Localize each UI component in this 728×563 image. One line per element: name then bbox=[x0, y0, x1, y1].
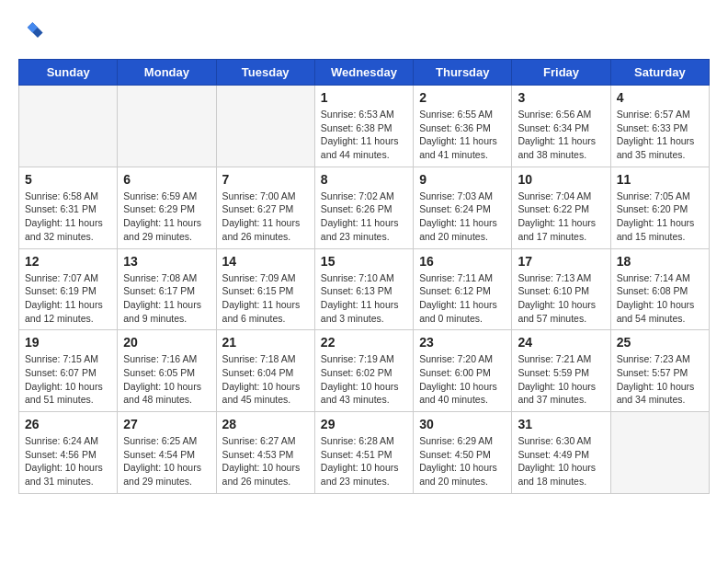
day-number: 23 bbox=[419, 335, 506, 350]
day-number: 19 bbox=[25, 335, 111, 350]
calendar-cell: 4Sunrise: 6:57 AM Sunset: 6:33 PM Daylig… bbox=[610, 86, 709, 167]
day-info: Sunrise: 6:57 AM Sunset: 6:33 PM Dayligh… bbox=[617, 108, 703, 162]
day-number: 6 bbox=[123, 172, 210, 187]
calendar-cell: 30Sunrise: 6:29 AM Sunset: 4:50 PM Dayli… bbox=[414, 412, 512, 494]
day-info: Sunrise: 6:56 AM Sunset: 6:34 PM Dayligh… bbox=[518, 108, 604, 162]
day-info: Sunrise: 6:30 AM Sunset: 4:49 PM Dayligh… bbox=[518, 434, 604, 488]
calendar-cell: 28Sunrise: 6:27 AM Sunset: 4:53 PM Dayli… bbox=[216, 412, 314, 494]
weekday-header-monday: Monday bbox=[118, 60, 216, 86]
day-info: Sunrise: 7:14 AM Sunset: 6:08 PM Dayligh… bbox=[617, 271, 703, 326]
day-info: Sunrise: 7:07 AM Sunset: 6:19 PM Dayligh… bbox=[25, 271, 111, 326]
calendar-cell: 3Sunrise: 6:56 AM Sunset: 6:34 PM Daylig… bbox=[512, 86, 610, 167]
day-info: Sunrise: 7:08 AM Sunset: 6:17 PM Dayligh… bbox=[123, 271, 210, 326]
day-number: 10 bbox=[518, 172, 604, 187]
calendar-cell: 19Sunrise: 7:15 AM Sunset: 6:07 PM Dayli… bbox=[19, 330, 118, 412]
day-number: 25 bbox=[617, 335, 703, 350]
calendar-week-2: 5Sunrise: 6:58 AM Sunset: 6:31 PM Daylig… bbox=[19, 167, 710, 248]
day-number: 22 bbox=[321, 335, 407, 350]
calendar-cell: 1Sunrise: 6:53 AM Sunset: 6:38 PM Daylig… bbox=[314, 86, 413, 167]
day-info: Sunrise: 7:03 AM Sunset: 6:24 PM Dayligh… bbox=[419, 190, 506, 244]
day-info: Sunrise: 7:13 AM Sunset: 6:10 PM Dayligh… bbox=[518, 271, 604, 326]
day-number: 14 bbox=[222, 254, 309, 269]
day-info: Sunrise: 7:04 AM Sunset: 6:22 PM Dayligh… bbox=[518, 190, 604, 244]
day-number: 20 bbox=[123, 335, 210, 350]
day-info: Sunrise: 6:25 AM Sunset: 4:54 PM Dayligh… bbox=[123, 434, 210, 488]
calendar: SundayMondayTuesdayWednesdayThursdayFrid… bbox=[18, 59, 710, 494]
day-number: 31 bbox=[518, 417, 604, 431]
day-number: 26 bbox=[25, 417, 111, 431]
day-number: 2 bbox=[419, 90, 506, 105]
day-info: Sunrise: 7:23 AM Sunset: 5:57 PM Dayligh… bbox=[617, 352, 703, 407]
calendar-cell: 31Sunrise: 6:30 AM Sunset: 4:49 PM Dayli… bbox=[512, 412, 610, 494]
day-info: Sunrise: 7:09 AM Sunset: 6:15 PM Dayligh… bbox=[222, 271, 309, 326]
logo-icon bbox=[18, 18, 44, 44]
calendar-cell: 24Sunrise: 7:21 AM Sunset: 5:59 PM Dayli… bbox=[512, 330, 610, 412]
calendar-cell: 13Sunrise: 7:08 AM Sunset: 6:17 PM Dayli… bbox=[118, 248, 216, 330]
day-info: Sunrise: 7:19 AM Sunset: 6:02 PM Dayligh… bbox=[321, 352, 407, 407]
calendar-cell: 18Sunrise: 7:14 AM Sunset: 6:08 PM Dayli… bbox=[610, 248, 709, 330]
calendar-cell: 17Sunrise: 7:13 AM Sunset: 6:10 PM Dayli… bbox=[512, 248, 610, 330]
day-info: Sunrise: 7:21 AM Sunset: 5:59 PM Dayligh… bbox=[518, 352, 604, 407]
day-number: 17 bbox=[518, 254, 604, 269]
calendar-cell: 7Sunrise: 7:00 AM Sunset: 6:27 PM Daylig… bbox=[216, 167, 314, 248]
weekday-header-tuesday: Tuesday bbox=[216, 60, 314, 86]
day-number: 5 bbox=[25, 172, 111, 187]
day-number: 1 bbox=[321, 90, 407, 105]
weekday-header-friday: Friday bbox=[512, 60, 610, 86]
day-number: 9 bbox=[419, 172, 506, 187]
calendar-cell: 21Sunrise: 7:18 AM Sunset: 6:04 PM Dayli… bbox=[216, 330, 314, 412]
weekday-header-wednesday: Wednesday bbox=[314, 60, 413, 86]
day-number: 21 bbox=[222, 335, 309, 350]
calendar-cell bbox=[19, 86, 118, 167]
calendar-week-3: 12Sunrise: 7:07 AM Sunset: 6:19 PM Dayli… bbox=[19, 248, 710, 330]
calendar-cell: 6Sunrise: 6:59 AM Sunset: 6:29 PM Daylig… bbox=[118, 167, 216, 248]
calendar-cell: 25Sunrise: 7:23 AM Sunset: 5:57 PM Dayli… bbox=[610, 330, 709, 412]
day-number: 3 bbox=[518, 90, 604, 105]
day-info: Sunrise: 7:20 AM Sunset: 6:00 PM Dayligh… bbox=[419, 352, 506, 407]
day-info: Sunrise: 7:11 AM Sunset: 6:12 PM Dayligh… bbox=[419, 271, 506, 326]
day-info: Sunrise: 7:16 AM Sunset: 6:05 PM Dayligh… bbox=[123, 352, 210, 407]
day-info: Sunrise: 7:02 AM Sunset: 6:26 PM Dayligh… bbox=[321, 190, 407, 244]
calendar-cell bbox=[216, 86, 314, 167]
calendar-cell: 15Sunrise: 7:10 AM Sunset: 6:13 PM Dayli… bbox=[314, 248, 413, 330]
day-number: 11 bbox=[617, 172, 703, 187]
day-number: 29 bbox=[321, 417, 407, 431]
calendar-cell: 26Sunrise: 6:24 AM Sunset: 4:56 PM Dayli… bbox=[19, 412, 118, 494]
calendar-cell: 12Sunrise: 7:07 AM Sunset: 6:19 PM Dayli… bbox=[19, 248, 118, 330]
day-info: Sunrise: 7:10 AM Sunset: 6:13 PM Dayligh… bbox=[321, 271, 407, 326]
calendar-cell: 5Sunrise: 6:58 AM Sunset: 6:31 PM Daylig… bbox=[19, 167, 118, 248]
calendar-cell bbox=[610, 412, 709, 494]
day-number: 16 bbox=[419, 254, 506, 269]
calendar-week-5: 26Sunrise: 6:24 AM Sunset: 4:56 PM Dayli… bbox=[19, 412, 710, 494]
calendar-cell: 8Sunrise: 7:02 AM Sunset: 6:26 PM Daylig… bbox=[314, 167, 413, 248]
day-number: 28 bbox=[222, 417, 309, 431]
weekday-header-row: SundayMondayTuesdayWednesdayThursdayFrid… bbox=[19, 60, 710, 86]
calendar-cell bbox=[118, 86, 216, 167]
calendar-cell: 10Sunrise: 7:04 AM Sunset: 6:22 PM Dayli… bbox=[512, 167, 610, 248]
day-info: Sunrise: 6:58 AM Sunset: 6:31 PM Dayligh… bbox=[25, 190, 111, 244]
calendar-cell: 22Sunrise: 7:19 AM Sunset: 6:02 PM Dayli… bbox=[314, 330, 413, 412]
weekday-header-saturday: Saturday bbox=[610, 60, 709, 86]
day-info: Sunrise: 6:24 AM Sunset: 4:56 PM Dayligh… bbox=[25, 434, 111, 488]
day-info: Sunrise: 6:28 AM Sunset: 4:51 PM Dayligh… bbox=[321, 434, 407, 488]
calendar-week-4: 19Sunrise: 7:15 AM Sunset: 6:07 PM Dayli… bbox=[19, 330, 710, 412]
calendar-cell: 9Sunrise: 7:03 AM Sunset: 6:24 PM Daylig… bbox=[414, 167, 512, 248]
day-number: 18 bbox=[617, 254, 703, 269]
page: SundayMondayTuesdayWednesdayThursdayFrid… bbox=[0, 0, 728, 503]
day-number: 15 bbox=[321, 254, 407, 269]
logo bbox=[18, 18, 48, 44]
weekday-header-sunday: Sunday bbox=[19, 60, 118, 86]
day-number: 7 bbox=[222, 172, 309, 187]
header bbox=[18, 18, 710, 44]
day-number: 4 bbox=[617, 90, 703, 105]
day-number: 13 bbox=[123, 254, 210, 269]
day-info: Sunrise: 7:15 AM Sunset: 6:07 PM Dayligh… bbox=[25, 352, 111, 407]
weekday-header-thursday: Thursday bbox=[414, 60, 512, 86]
day-info: Sunrise: 7:18 AM Sunset: 6:04 PM Dayligh… bbox=[222, 352, 309, 407]
day-info: Sunrise: 7:05 AM Sunset: 6:20 PM Dayligh… bbox=[617, 190, 703, 244]
day-info: Sunrise: 7:00 AM Sunset: 6:27 PM Dayligh… bbox=[222, 190, 309, 244]
day-number: 24 bbox=[518, 335, 604, 350]
day-info: Sunrise: 6:27 AM Sunset: 4:53 PM Dayligh… bbox=[222, 434, 309, 488]
day-number: 8 bbox=[321, 172, 407, 187]
calendar-cell: 20Sunrise: 7:16 AM Sunset: 6:05 PM Dayli… bbox=[118, 330, 216, 412]
